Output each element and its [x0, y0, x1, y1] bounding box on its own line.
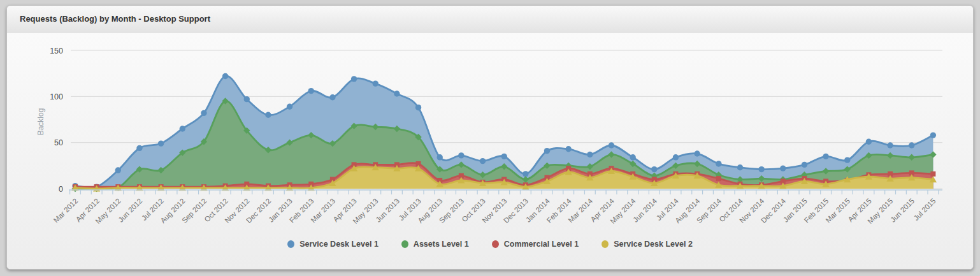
data-point-service-desk-level-1[interactable]	[565, 146, 571, 152]
data-point-service-desk-level-1[interactable]	[244, 96, 250, 102]
data-point-service-desk-level-1[interactable]	[866, 139, 872, 145]
data-point-service-desk-level-1[interactable]	[394, 91, 400, 96]
legend-label: Commercial Level 1	[504, 240, 579, 249]
x-axis-label: Mar 2012	[52, 197, 80, 224]
x-axis-label: Jun 2013	[374, 197, 401, 224]
x-axis-label: Jun 2015	[889, 197, 916, 224]
diamond-legend-marker-icon	[401, 240, 408, 248]
data-point-service-desk-level-1[interactable]	[716, 161, 721, 166]
circle-legend-marker-icon	[287, 240, 294, 248]
panel-header: Requests (Backlog) by Month - Desktop Su…	[7, 6, 973, 33]
data-point-service-desk-level-1[interactable]	[909, 142, 914, 148]
data-point-commercial-level-1[interactable]	[716, 176, 721, 181]
data-point-service-desk-level-1[interactable]	[823, 154, 828, 159]
data-point-service-desk-level-1[interactable]	[115, 167, 121, 173]
legend-item-service-desk-level-1[interactable]: Service Desk Level 1	[287, 240, 378, 249]
y-axis-label: 100	[50, 92, 63, 101]
data-point-service-desk-level-1[interactable]	[287, 104, 292, 110]
data-point-service-desk-level-1[interactable]	[758, 166, 764, 172]
legend-label: Service Desk Level 2	[614, 240, 693, 249]
data-point-service-desk-level-1[interactable]	[630, 154, 635, 160]
square-legend-marker-icon	[492, 240, 499, 248]
data-point-service-desk-level-1[interactable]	[522, 171, 528, 177]
data-point-commercial-level-1[interactable]	[930, 171, 935, 177]
data-point-service-desk-level-1[interactable]	[180, 126, 185, 131]
chart-title: Requests (Backlog) by Month - Desktop Su…	[7, 6, 210, 32]
chart-body: 050100150BacklogMar 2012Apr 2012May 2012…	[7, 33, 973, 270]
triangle-legend-marker-icon	[602, 240, 609, 248]
data-point-service-desk-level-1[interactable]	[329, 94, 335, 100]
chart-legend: Service Desk Level 1Assets Level 1Commer…	[7, 240, 973, 249]
data-point-service-desk-level-1[interactable]	[780, 165, 786, 171]
data-point-service-desk-level-1[interactable]	[844, 157, 850, 163]
legend-item-service-desk-level-2[interactable]: Service Desk Level 2	[602, 240, 693, 249]
data-point-service-desk-level-1[interactable]	[158, 140, 164, 146]
x-axis-label: Jun 2014	[631, 197, 658, 224]
chart-panel: Requests (Backlog) by Month - Desktop Su…	[6, 5, 974, 270]
data-point-service-desk-level-1[interactable]	[437, 154, 443, 160]
data-point-service-desk-level-1[interactable]	[373, 80, 378, 86]
legend-label: Service Desk Level 1	[299, 240, 378, 249]
y-axis-title: Backlog	[36, 108, 45, 136]
data-point-service-desk-level-1[interactable]	[737, 164, 743, 170]
data-point-service-desk-level-1[interactable]	[694, 150, 700, 156]
data-point-service-desk-level-1[interactable]	[587, 152, 593, 157]
legend-label: Assets Level 1	[414, 240, 469, 249]
y-axis-label: 0	[59, 185, 63, 194]
data-point-service-desk-level-1[interactable]	[544, 148, 550, 154]
data-point-service-desk-level-1[interactable]	[415, 105, 421, 110]
data-point-service-desk-level-1[interactable]	[609, 142, 614, 148]
data-point-service-desk-level-1[interactable]	[673, 154, 679, 160]
data-point-service-desk-level-1[interactable]	[802, 162, 807, 168]
data-point-service-desk-level-1[interactable]	[887, 142, 893, 148]
data-point-service-desk-level-1[interactable]	[351, 76, 357, 82]
data-point-service-desk-level-1[interactable]	[501, 154, 507, 159]
data-point-service-desk-level-1[interactable]	[265, 112, 271, 118]
area-chart: 050100150BacklogMar 2012Apr 2012May 2012…	[7, 33, 974, 270]
x-axis-label: Jul 2015	[912, 197, 937, 222]
data-point-service-desk-level-1[interactable]	[930, 132, 936, 138]
data-point-service-desk-level-1[interactable]	[458, 152, 464, 158]
legend-item-assets-level-1[interactable]: Assets Level 1	[401, 240, 469, 249]
legend-item-commercial-level-1[interactable]: Commercial Level 1	[492, 240, 579, 249]
data-point-service-desk-level-1[interactable]	[222, 73, 228, 79]
x-axis-label: Jun 2012	[117, 197, 143, 224]
data-point-service-desk-level-1[interactable]	[136, 145, 142, 151]
data-point-service-desk-level-1[interactable]	[480, 158, 486, 164]
data-point-service-desk-level-1[interactable]	[201, 110, 206, 116]
data-point-service-desk-level-1[interactable]	[308, 88, 314, 94]
y-axis-label: 150	[50, 47, 63, 55]
data-point-service-desk-level-1[interactable]	[651, 166, 657, 172]
y-axis-label: 50	[54, 138, 63, 147]
